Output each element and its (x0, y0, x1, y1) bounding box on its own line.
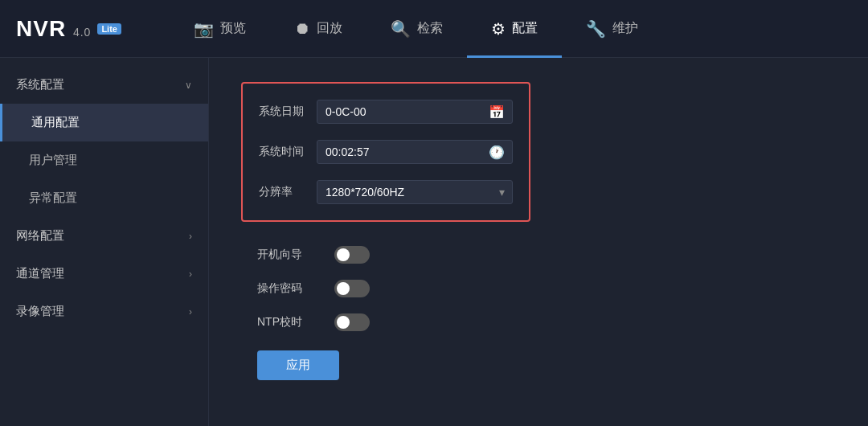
top-nav: NVR 4.0 Lite 📷 预览 ⏺ 回放 🔍 检索 ⚙ 配置 🔧 维护 (0, 0, 868, 58)
camera-icon: 📷 (194, 19, 214, 39)
date-input-wrap: 📅 (317, 100, 513, 124)
main-layout: 系统配置 ∨ 通用配置 用户管理 异常配置 网络配置 › 通道管理 › 录像管理… (0, 58, 868, 426)
playback-icon: ⏺ (294, 19, 310, 38)
resolution-label: 分辨率 (259, 185, 307, 199)
apply-button[interactable]: 应用 (257, 350, 339, 380)
operation-password-row: 操作密码 (241, 272, 836, 305)
sidebar-channel-management-label: 通道管理 (16, 266, 64, 281)
nav-config[interactable]: ⚙ 配置 (467, 0, 562, 58)
sidebar-item-user-management[interactable]: 用户管理 (0, 141, 208, 179)
sidebar-recording-management-label: 录像管理 (16, 304, 64, 319)
sidebar-user-management-label: 用户管理 (29, 153, 77, 168)
sidebar-item-recording-management[interactable]: 录像管理 › (0, 293, 208, 330)
nav-preview[interactable]: 📷 预览 (170, 0, 270, 58)
startup-wizard-row: 开机向导 (241, 238, 836, 272)
maintenance-icon: 🔧 (586, 19, 606, 39)
nav-maintenance-label: 维护 (612, 20, 638, 37)
calendar-icon: 📅 (489, 104, 505, 120)
logo: NVR 4.0 Lite (16, 16, 121, 42)
logo-lite: Lite (97, 23, 121, 35)
sidebar-item-exception-config[interactable]: 异常配置 (0, 179, 208, 217)
nav-search-label: 检索 (417, 20, 443, 37)
nav-playback[interactable]: ⏺ 回放 (270, 0, 366, 58)
chevron-right-icon-3: › (189, 306, 192, 317)
nav-preview-label: 预览 (220, 20, 246, 37)
nav-playback-label: 回放 (317, 20, 342, 37)
ntp-sync-row: NTP校时 (241, 305, 836, 339)
resolution-select[interactable]: 1280*720/60HZ 1920*1080/30HZ 1920*1080/6… (317, 180, 513, 204)
date-input[interactable] (317, 100, 513, 124)
sidebar-exception-config-label: 异常配置 (29, 190, 77, 206)
chevron-right-icon-2: › (189, 268, 192, 280)
sidebar-general-config-label: 通用配置 (31, 115, 80, 130)
nav-maintenance[interactable]: 🔧 维护 (562, 0, 662, 58)
sidebar-item-network-config[interactable]: 网络配置 › (0, 217, 208, 255)
time-label: 系统时间 (259, 145, 307, 159)
sidebar-item-system-config[interactable]: 系统配置 ∨ (0, 66, 208, 104)
date-label: 系统日期 (259, 104, 307, 119)
time-row: 系统时间 🕐 (243, 132, 529, 172)
operation-password-label: 操作密码 (257, 281, 321, 296)
content-area: 系统日期 📅 系统时间 🕐 分辨率 1280*720/60H (209, 58, 868, 426)
operation-password-toggle[interactable] (334, 280, 370, 297)
search-icon: 🔍 (391, 19, 411, 39)
startup-wizard-label: 开机向导 (257, 248, 321, 262)
date-row: 系统日期 📅 (243, 92, 529, 132)
chevron-right-icon: › (189, 231, 192, 242)
chevron-down-icon: ∨ (185, 80, 192, 91)
resolution-select-wrap: 1280*720/60HZ 1920*1080/30HZ 1920*1080/6… (317, 180, 513, 204)
time-input[interactable] (317, 140, 513, 164)
logo-text: NVR 4.0 (16, 16, 91, 42)
time-input-wrap: 🕐 (317, 140, 513, 164)
nav-items: 📷 预览 ⏺ 回放 🔍 检索 ⚙ 配置 🔧 维护 (170, 0, 852, 58)
form-panel: 系统日期 📅 系统时间 🕐 分辨率 1280*720/60H (241, 82, 530, 222)
config-icon: ⚙ (491, 19, 506, 39)
logo-version: 4.0 (73, 26, 91, 39)
ntp-sync-label: NTP校时 (257, 315, 321, 330)
sidebar-item-channel-management[interactable]: 通道管理 › (0, 255, 208, 293)
extra-settings: 开机向导 操作密码 NTP校时 (241, 238, 836, 339)
nav-config-label: 配置 (512, 20, 538, 37)
sidebar: 系统配置 ∨ 通用配置 用户管理 异常配置 网络配置 › 通道管理 › 录像管理… (0, 58, 209, 426)
startup-wizard-toggle[interactable] (334, 246, 370, 264)
ntp-sync-toggle[interactable] (334, 313, 370, 331)
resolution-row: 分辨率 1280*720/60HZ 1920*1080/30HZ 1920*10… (243, 172, 529, 212)
clock-icon: 🕐 (489, 145, 505, 160)
sidebar-item-general-config[interactable]: 通用配置 (0, 104, 208, 141)
sidebar-system-config-label: 系统配置 (16, 77, 64, 92)
nav-search[interactable]: 🔍 检索 (366, 0, 467, 58)
sidebar-network-config-label: 网络配置 (16, 228, 64, 244)
